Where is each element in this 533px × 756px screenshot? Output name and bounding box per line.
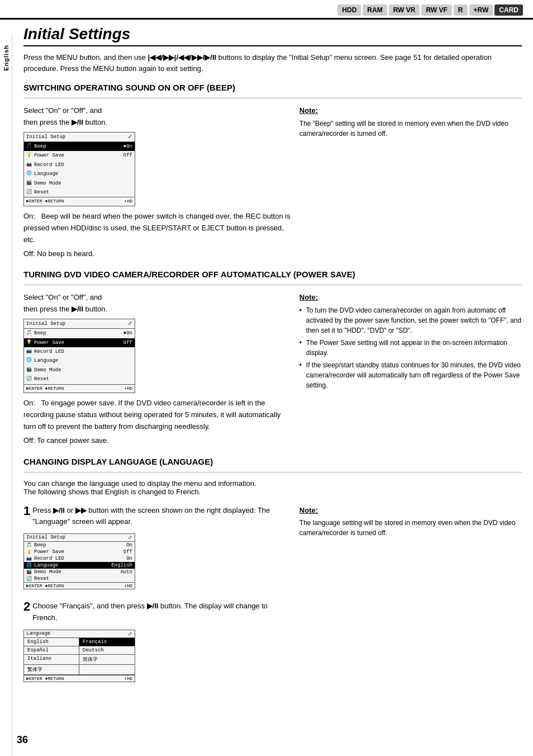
section-language-header: CHANGING DISPLAY LANGUAGE (LANGUAGE)	[23, 457, 522, 466]
step1-note-header: Note:	[299, 505, 522, 516]
language-intro: You can change the language used to disp…	[23, 479, 522, 496]
power-save-note-header: Note:	[299, 292, 522, 303]
section-power-save-body: Select "On" or "Off", andthen press the …	[23, 292, 522, 446]
page-number: 36	[17, 734, 28, 746]
section-beep-header: SWITCHING OPERATING SOUND ON OR OFF (BEE…	[23, 83, 522, 92]
power-save-note-2: The Power Save setting will not appear i…	[299, 338, 522, 358]
section-beep-body: Select "On" or "Off", andthen press the …	[23, 105, 522, 259]
power-save-note-1: To turn the DVD video camera/recorder on…	[299, 305, 522, 336]
language-step1-screen: Initial Setup ⤢ 🎵BeepOn 💡Power SaveOff 📷…	[23, 533, 135, 589]
format-rw-vr: RW VR	[389, 4, 420, 16]
beep-note-header: Note:	[299, 105, 522, 116]
format-r: R	[454, 4, 468, 16]
beep-note-text: The "Beep" setting will be stored in mem…	[299, 119, 522, 139]
step-2-block: 2 Choose "Français", and then press ▶/II…	[23, 601, 522, 686]
step1-note-text: The language setting will be stored in m…	[299, 518, 522, 538]
format-rw-vf: RW VF	[421, 4, 451, 16]
step-2-left: 2 Choose "Français", and then press ▶/II…	[23, 601, 291, 686]
intro-text: Press the MENU button, and then use |◀◀/…	[23, 52, 522, 74]
power-save-notes: To turn the DVD video camera/recorder on…	[299, 305, 522, 390]
section-beep: SWITCHING OPERATING SOUND ON OR OFF (BEE…	[23, 83, 522, 259]
step-1-right: Note: The language setting will be store…	[299, 505, 522, 593]
section-power-save-header: TURNING DVD VIDEO CAMERA/RECORDER OFF AU…	[23, 270, 522, 279]
page-title: Initial Settings	[23, 25, 522, 46]
main-content: Initial Settings Press the MENU button, …	[12, 20, 533, 705]
step-2-text: 2 Choose "Français", and then press ▶/II…	[23, 601, 291, 624]
power-save-screen: Initial Setup ⤢ 🎵Beep●On 💡Power SaveOff …	[23, 319, 135, 394]
step-1-number: 1	[23, 505, 30, 517]
section-beep-left: Select "On" or "Off", andthen press the …	[23, 105, 291, 259]
section-beep-right: Note: The "Beep" setting will be stored …	[299, 105, 522, 259]
step-1-text: 1 Press ▶/II or ▶▶ button with the scree…	[23, 505, 291, 528]
beep-screen: Initial Setup ⤢ 🎵Beep●On 💡Power SaveOff …	[23, 132, 135, 207]
page-container: HDD RAM RW VR RW VF R +RW CARD English I…	[0, 0, 533, 756]
step-2-right	[299, 601, 522, 686]
top-bar: HDD RAM RW VR RW VF R +RW CARD	[0, 0, 533, 20]
power-save-note-3: If the sleep/start standby status contin…	[299, 360, 522, 390]
step-2-number: 2	[23, 601, 30, 613]
format-card: CARD	[494, 4, 523, 16]
section-power-save: TURNING DVD VIDEO CAMERA/RECORDER OFF AU…	[23, 270, 522, 446]
section-power-save-right: Note: To turn the DVD video camera/recor…	[299, 292, 522, 446]
step-1-left: 1 Press ▶/II or ▶▶ button with the scree…	[23, 505, 291, 593]
sidebar-language-label: English	[3, 45, 9, 71]
format-ram: RAM	[363, 4, 387, 16]
step-1-block: 1 Press ▶/II or ▶▶ button with the scree…	[23, 505, 522, 593]
format-plus-rw: +RW	[469, 4, 493, 16]
section-language: CHANGING DISPLAY LANGUAGE (LANGUAGE) You…	[23, 457, 522, 686]
language-step2-screen: Language ⤢ English Français Español Deut…	[23, 630, 135, 682]
format-hdd: HDD	[337, 4, 361, 16]
section-power-save-left: Select "On" or "Off", andthen press the …	[23, 292, 291, 446]
sidebar: English	[0, 34, 12, 756]
